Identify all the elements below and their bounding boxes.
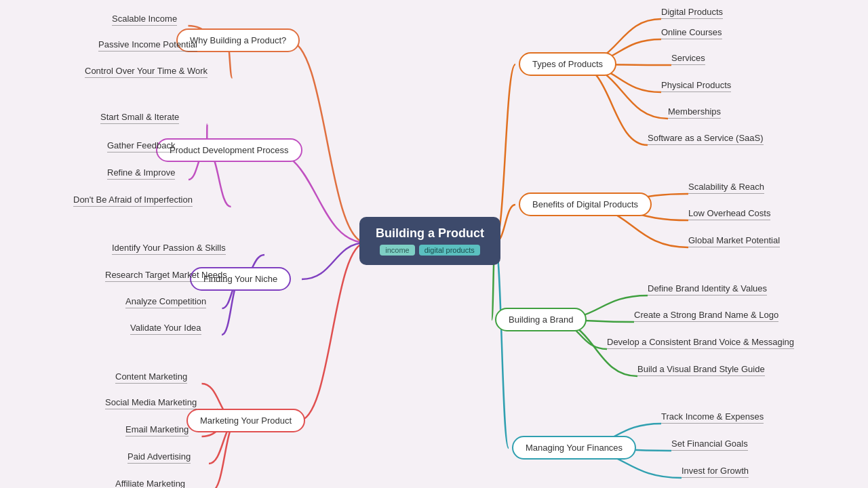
branch-brand: Building a Brand [495,308,587,331]
leaf-dev: Refine & Improve [107,167,175,180]
center-node: Building a Product income digital produc… [359,217,500,265]
leaf-marketing: Affiliate Marketing [115,479,185,488]
leaf-finances: Invest for Growth [682,466,749,478]
leaf-brand: Create a Strong Brand Name & Logo [634,310,778,322]
leaf-niche: Identify Your Passion & Skills [112,243,226,255]
tag-income: income [380,245,414,256]
leaf-niche: Validate Your Idea [130,323,201,335]
leaf-benefits: Scalability & Reach [688,182,764,194]
branch-marketing: Marketing Your Product [186,409,305,432]
leaf-dev: Don't Be Afraid of Imperfection [73,195,193,207]
leaf-types: Digital Products [661,7,723,19]
leaf-finances: Track Income & Expenses [661,411,764,424]
leaf-dev: Start Small & Iterate [100,112,179,124]
leaf-brand: Build a Visual Brand Style Guide [637,364,765,376]
leaf-why: Scalable Income [112,14,177,26]
tag-digital: digital products [419,245,480,256]
leaf-niche: Research Target Market Needs [105,270,227,282]
leaf-brand: Define Brand Identity & Values [648,283,767,296]
leaf-types: Software as a Service (SaaS) [648,133,764,145]
leaf-marketing: Social Media Marketing [105,397,197,409]
leaf-finances: Set Financial Goals [671,439,748,451]
center-label: Building a Product [376,226,484,241]
leaf-marketing: Content Marketing [115,371,187,384]
leaf-benefits: Low Overhead Costs [688,208,770,220]
leaf-types: Physical Products [661,80,731,92]
leaf-why: Passive Income Potential [98,39,197,52]
leaf-why: Control Over Your Time & Work [85,66,208,78]
branch-benefits: Benefits of Digital Products [519,192,652,216]
branch-types: Types of Products [519,52,616,76]
leaf-types: Online Courses [661,27,722,39]
leaf-marketing: Email Marketing [125,424,189,436]
leaf-benefits: Global Market Potential [688,235,780,247]
leaf-dev: Gather Feedback [107,140,175,152]
leaf-types: Services [671,53,705,65]
leaf-types: Memberships [668,106,721,119]
branch-dev: Product Development Process [156,138,302,162]
leaf-niche: Analyze Competition [125,296,206,308]
branch-finances: Managing Your Finances [512,436,636,460]
leaf-marketing: Paid Advertising [127,451,191,464]
leaf-brand: Develop a Consistent Brand Voice & Messa… [607,337,794,349]
